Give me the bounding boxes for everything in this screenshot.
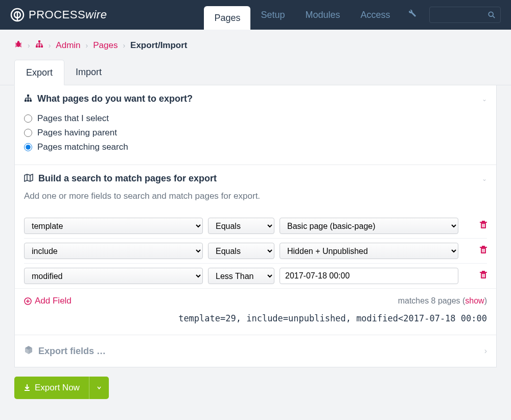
svg-line-5: [15, 43, 17, 44]
trash-icon[interactable]: [480, 221, 487, 231]
trash-icon[interactable]: [480, 246, 487, 256]
wrench-icon[interactable]: [401, 10, 424, 20]
nav-pages[interactable]: Pages: [204, 6, 250, 30]
export-now-label: Export Now: [35, 383, 80, 393]
field-select[interactable]: modified: [24, 268, 203, 284]
plus-circle-icon: [24, 297, 32, 305]
export-now-button[interactable]: Export Now: [14, 377, 109, 399]
svg-rect-12: [38, 40, 40, 42]
section-header[interactable]: Build a search to match pages for export…: [15, 165, 496, 191]
add-field-button[interactable]: Add Field: [24, 296, 72, 306]
logo[interactable]: PROCESSwire: [10, 8, 107, 22]
section-export-fields[interactable]: Export fields … ›: [15, 335, 496, 367]
section-title: Build a search to match pages for export: [38, 173, 217, 184]
section-description: Add one or more fields to search and mat…: [15, 191, 496, 208]
download-icon: [24, 384, 31, 391]
svg-line-9: [15, 46, 17, 47]
radio-label[interactable]: Pages matching search: [37, 142, 128, 152]
filter-row: include Equals Hidden + Unpublished: [24, 238, 487, 263]
value-select[interactable]: Basic page (basic-page): [280, 218, 458, 234]
search-input[interactable]: [429, 7, 501, 23]
map-icon: [24, 174, 33, 184]
operator-select[interactable]: Less Than: [208, 268, 274, 284]
svg-rect-23: [27, 100, 29, 102]
section-title: What pages do you want to export?: [37, 94, 193, 104]
svg-rect-40: [482, 246, 485, 247]
nav-access[interactable]: Access: [351, 0, 401, 30]
field-select[interactable]: include: [24, 243, 203, 259]
svg-rect-42: [483, 249, 484, 252]
logo-text-1: PROCESS: [29, 8, 85, 21]
svg-rect-43: [484, 249, 485, 252]
chevron-right-icon: ›: [123, 41, 125, 50]
logo-text-2: wire: [85, 8, 107, 21]
chevron-right-icon: ›: [484, 346, 487, 356]
svg-rect-46: [482, 271, 485, 272]
breadcrumb: › › Admin › Pages › Export/Import: [0, 30, 511, 60]
show-link[interactable]: show: [465, 296, 484, 305]
svg-rect-15: [41, 45, 43, 48]
tab-import[interactable]: Import: [64, 60, 113, 85]
value-input[interactable]: [280, 268, 458, 284]
main-nav: Pages Setup Modules Access: [204, 0, 424, 30]
svg-rect-41: [482, 249, 483, 252]
sitemap-icon: [24, 94, 32, 104]
svg-rect-21: [27, 95, 29, 97]
svg-line-10: [20, 46, 21, 47]
nav-setup[interactable]: Setup: [250, 0, 295, 30]
svg-line-3: [493, 16, 495, 18]
breadcrumb-admin[interactable]: Admin: [56, 40, 80, 51]
content-panel: What pages do you want to export? ⌄ Page…: [14, 85, 497, 367]
nav-modules[interactable]: Modules: [295, 0, 351, 30]
svg-rect-24: [30, 100, 32, 102]
chevron-down-icon: ⌄: [482, 175, 487, 182]
tab-export[interactable]: Export: [14, 60, 64, 85]
chevron-down-icon: [97, 385, 102, 390]
svg-rect-13: [36, 45, 38, 48]
chevron-right-icon: ›: [28, 41, 30, 50]
export-mode-group: Pages that I select Pages having parent …: [15, 111, 496, 165]
section-title: Export fields …: [38, 346, 106, 357]
radio-pages-parent[interactable]: [24, 129, 32, 137]
processwire-icon: [10, 8, 25, 22]
actions-bar: Export Now: [0, 367, 511, 408]
chevron-right-icon: ›: [49, 41, 51, 50]
matches-text: matches 8 pages (show): [398, 296, 487, 306]
svg-rect-45: [480, 272, 487, 273]
breadcrumb-pages[interactable]: Pages: [93, 40, 118, 51]
svg-point-2: [489, 12, 493, 16]
radio-label[interactable]: Pages that I select: [37, 113, 109, 124]
svg-rect-39: [480, 247, 487, 248]
operator-select[interactable]: Equals: [208, 243, 274, 259]
search-icon: [488, 11, 495, 18]
radio-pages-search[interactable]: [24, 143, 32, 151]
svg-rect-47: [482, 274, 483, 277]
value-select[interactable]: Hidden + Unpublished: [280, 243, 458, 259]
svg-rect-34: [482, 221, 485, 222]
svg-rect-49: [484, 274, 485, 277]
svg-rect-36: [483, 224, 484, 227]
chevron-down-icon: ⌄: [482, 96, 487, 103]
search-filter-rows: template Equals Basic page (basic-page) …: [15, 208, 496, 288]
sitemap-icon[interactable]: [35, 40, 43, 51]
add-field-label: Add Field: [35, 296, 72, 306]
section-what-pages: What pages do you want to export? ⌄ Page…: [15, 85, 496, 165]
cube-icon: [24, 345, 33, 357]
export-dropdown-toggle[interactable]: [89, 377, 109, 399]
svg-rect-33: [480, 222, 487, 223]
field-select[interactable]: template: [24, 218, 203, 234]
breadcrumb-current: Export/Import: [130, 40, 187, 51]
radio-label[interactable]: Pages having parent: [37, 128, 117, 138]
search-footer: Add Field matches 8 pages (show): [15, 288, 496, 313]
selector-string: template=29, include=unpublished, modifi…: [15, 313, 496, 335]
operator-select[interactable]: Equals: [208, 218, 274, 234]
svg-line-6: [20, 43, 21, 44]
section-build-search: Build a search to match pages for export…: [15, 165, 496, 335]
bug-icon[interactable]: [14, 40, 22, 51]
svg-rect-37: [484, 224, 485, 227]
filter-row: template Equals Basic page (basic-page): [24, 214, 487, 238]
svg-rect-48: [483, 274, 484, 277]
radio-pages-select[interactable]: [24, 114, 32, 123]
section-header[interactable]: What pages do you want to export? ⌄: [15, 85, 496, 111]
trash-icon[interactable]: [480, 271, 487, 281]
